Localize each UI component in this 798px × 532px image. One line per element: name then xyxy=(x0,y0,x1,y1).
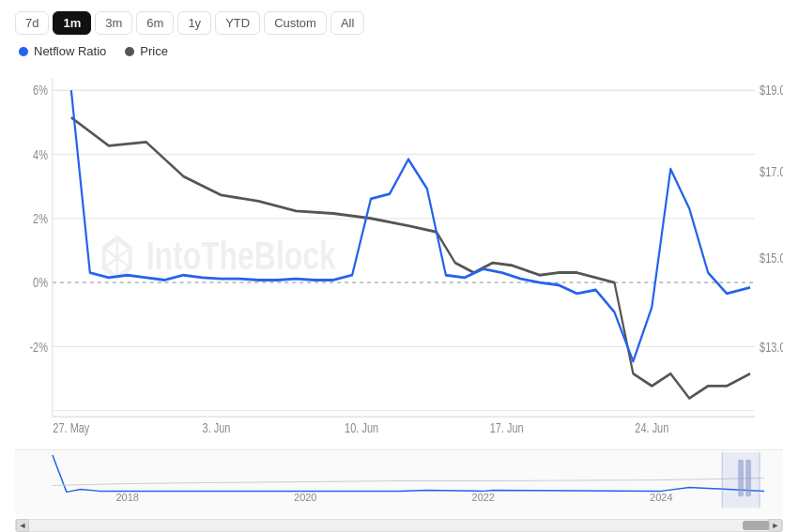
time-btn-3m[interactable]: 3m xyxy=(95,11,132,35)
svg-text:4%: 4% xyxy=(33,146,48,162)
time-btn-custom[interactable]: Custom xyxy=(264,11,327,35)
mini-chart: 2018 2020 2022 2024 xyxy=(15,449,783,517)
time-btn-ytd[interactable]: YTD xyxy=(215,11,260,35)
legend-label: Price xyxy=(140,44,168,58)
scrollbar-thumb[interactable] xyxy=(743,521,771,530)
svg-text:2022: 2022 xyxy=(472,492,495,503)
time-btn-1y[interactable]: 1y xyxy=(177,11,211,35)
scrollbar-left-arrow[interactable]: ◄ xyxy=(16,519,29,532)
time-range-buttons: 7d1m3m6m1yYTDCustomAll xyxy=(15,11,783,35)
scrollbar[interactable]: ◄ ► xyxy=(15,519,783,532)
svg-text:27. May: 27. May xyxy=(53,420,90,436)
legend-label: Netflow Ratio xyxy=(34,44,106,58)
svg-text:3. Jun: 3. Jun xyxy=(203,420,231,436)
chart-legend: Netflow RatioPrice xyxy=(19,44,783,58)
svg-text:6%: 6% xyxy=(33,83,48,99)
svg-text:0%: 0% xyxy=(33,275,48,291)
time-btn-all[interactable]: All xyxy=(330,11,364,35)
svg-text:$19.00: $19.00 xyxy=(760,83,783,99)
time-btn-1m[interactable]: 1m xyxy=(53,11,91,35)
svg-text:2024: 2024 xyxy=(650,492,672,503)
svg-text:17. Jun: 17. Jun xyxy=(490,420,524,436)
svg-text:24. Jun: 24. Jun xyxy=(635,420,668,436)
legend-item-netflow-ratio: Netflow Ratio xyxy=(19,44,106,58)
legend-dot xyxy=(19,47,28,56)
svg-text:10. Jun: 10. Jun xyxy=(345,420,378,436)
chart-area: 6% 4% 2% 0% -2% $19.00 $17.00 $15.00 $13… xyxy=(15,66,783,532)
legend-item-price: Price xyxy=(125,44,168,58)
svg-text:-2%: -2% xyxy=(29,339,48,355)
svg-rect-37 xyxy=(745,460,751,496)
svg-text:$15.00: $15.00 xyxy=(760,251,783,266)
time-btn-6m[interactable]: 6m xyxy=(136,11,174,35)
svg-text:2020: 2020 xyxy=(294,492,316,503)
svg-text:$13.00: $13.00 xyxy=(760,339,783,355)
svg-text:2%: 2% xyxy=(33,211,48,227)
legend-dot xyxy=(125,47,134,56)
svg-text:IntoTheBlock: IntoTheBlock xyxy=(146,233,336,277)
scrollbar-right-arrow[interactable]: ► xyxy=(769,519,782,532)
svg-text:$17.00: $17.00 xyxy=(760,164,783,180)
svg-rect-36 xyxy=(738,460,744,496)
main-chart: 6% 4% 2% 0% -2% $19.00 $17.00 $15.00 $13… xyxy=(15,66,783,448)
svg-text:2018: 2018 xyxy=(116,492,139,503)
main-container: 7d1m3m6m1yYTDCustomAll Netflow RatioPric… xyxy=(0,0,798,532)
time-btn-7d[interactable]: 7d xyxy=(15,11,49,35)
